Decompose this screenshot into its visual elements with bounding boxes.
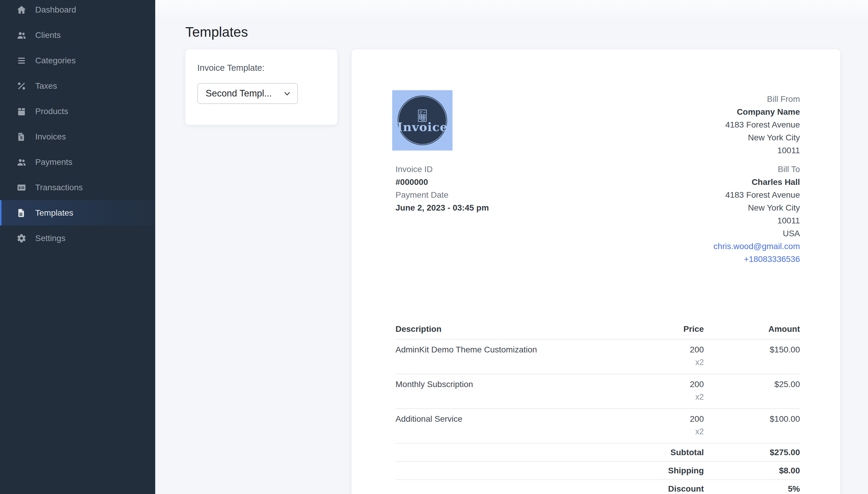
item-amount: $150.00 [704, 343, 800, 356]
invoice-total-row: Shipping $8.00 [395, 462, 800, 480]
item-description: Monthly Subscription [395, 378, 632, 391]
sidebar-item-label: Templates [35, 208, 74, 218]
address-line: USA [713, 227, 800, 240]
invoice-logo-text: Invoice [392, 120, 453, 134]
users-icon [16, 30, 26, 40]
template-picker-card: Invoice Template: Second Templ... [185, 49, 337, 125]
invoice-logo: Invoice [392, 90, 453, 151]
address-line: 10011 [713, 214, 800, 227]
sidebar-item-label: Dashboard [35, 5, 76, 15]
app-screen: Dashboard Clients Categories Taxes Produ… [0, 0, 868, 494]
home-icon [16, 5, 26, 15]
invoice-item-row: AdminKit Demo Theme Customization 200 x2… [395, 340, 800, 374]
file-icon [16, 208, 26, 218]
template-select-value: Second Templ... [206, 88, 272, 99]
item-quantity: x2 [632, 356, 704, 369]
sidebar: Dashboard Clients Categories Taxes Produ… [0, 0, 155, 494]
item-amount: $100.00 [704, 413, 800, 425]
address-line: 4183 Forest Avenue [713, 188, 800, 201]
payment-date-value: June 2, 2023 - 03:45 pm [395, 201, 489, 214]
transactions-card-icon: $ [16, 183, 26, 193]
item-description: AdminKit Demo Theme Customization [395, 343, 632, 356]
list-icon [16, 56, 26, 66]
bill-from-address: 4183 Forest AvenueNew York City10011 [725, 118, 800, 157]
sidebar-item-transactions[interactable]: $ Transactions [0, 175, 155, 200]
invoice-preview-card: Invoice Bill From Company Name 4183 Fore… [352, 49, 840, 494]
sidebar-item-dashboard[interactable]: Dashboard [0, 0, 155, 22]
invoice-total-row: Subtotal $275.00 [395, 443, 800, 462]
sidebar-item-label: Payments [35, 157, 73, 167]
bill-to-email-link[interactable]: chris.wood@gmail.com [713, 240, 800, 253]
item-price: 200 [632, 343, 704, 356]
percent-icon [16, 81, 26, 91]
sidebar-item-templates[interactable]: Templates [0, 200, 155, 226]
invoice-table-header: Description Price Amount [395, 323, 800, 340]
sidebar-item-taxes[interactable]: Taxes [0, 73, 155, 98]
item-price: 200 [632, 378, 704, 391]
sidebar-item-products[interactable]: Products [0, 98, 155, 124]
total-value: 5% [704, 482, 800, 494]
sidebar-item-categories[interactable]: Categories [0, 48, 155, 73]
address-line: New York City [713, 201, 800, 214]
invoice-table: Description Price Amount AdminKit Demo T… [395, 323, 800, 494]
page-title: Templates [185, 24, 248, 40]
sidebar-item-label: Invoices [35, 132, 66, 141]
item-amount: $25.00 [704, 378, 800, 391]
users-icon [16, 157, 26, 167]
bill-to-address: 4183 Forest AvenueNew York City10011USA [713, 188, 800, 240]
address-line: New York City [725, 131, 800, 144]
total-label: Discount [395, 482, 704, 494]
sidebar-item-label: Transactions [35, 183, 83, 192]
item-quantity: x2 [632, 425, 704, 438]
svg-text:$: $ [20, 135, 22, 140]
invoice-total-row: Discount 5% [395, 480, 800, 494]
box-icon [16, 106, 26, 116]
total-value: $275.00 [704, 446, 800, 459]
header-price: Price [632, 323, 704, 336]
invoice-file-icon: $ [16, 132, 26, 142]
payment-date-label: Payment Date [395, 188, 489, 201]
bill-to-block: Bill To Charles Hall 4183 Forest AvenueN… [713, 163, 800, 266]
chevron-down-icon [283, 89, 291, 98]
bill-from-name: Company Name [725, 106, 800, 118]
item-quantity: x2 [632, 391, 704, 403]
sidebar-item-settings[interactable]: Settings [0, 226, 155, 251]
total-value: $8.00 [704, 464, 800, 477]
bill-to-name: Charles Hall [713, 176, 800, 188]
invoice-item-row: Additional Service 200 x2 $100.00 [395, 409, 800, 443]
address-line: 10011 [725, 144, 800, 157]
sidebar-item-label: Taxes [35, 81, 57, 91]
address-line: 4183 Forest Avenue [725, 118, 800, 131]
invoice-total-rows: Subtotal $275.00 Shipping $8.00 Discount… [395, 443, 800, 494]
sidebar-item-label: Settings [35, 233, 65, 243]
invoice-item-row: Monthly Subscription 200 x2 $25.00 [395, 374, 800, 409]
item-description: Additional Service [395, 413, 632, 425]
invoice-id-label: Invoice ID [395, 163, 489, 176]
template-select[interactable]: Second Templ... [197, 83, 298, 104]
invoice-id-value: #000000 [395, 176, 489, 188]
total-label: Shipping [395, 464, 704, 477]
sidebar-item-clients[interactable]: Clients [0, 22, 155, 48]
sidebar-item-label: Products [35, 107, 68, 116]
bill-from-label: Bill From [725, 93, 800, 106]
gear-icon [16, 233, 26, 243]
invoice-template-label: Invoice Template: [197, 63, 326, 73]
header-description: Description [395, 323, 632, 336]
header-amount: Amount [704, 323, 800, 336]
sidebar-item-invoices[interactable]: $ Invoices [0, 124, 155, 149]
bill-to-label: Bill To [713, 163, 800, 176]
sidebar-item-payments[interactable]: Payments [0, 149, 155, 175]
bill-to-phone-link[interactable]: +18083336536 [713, 253, 800, 266]
invoice-meta-block: Invoice ID #000000 Payment Date June 2, … [395, 163, 489, 214]
main-content: Templates Invoice Template: Second Templ… [155, 0, 868, 494]
total-label: Subtotal [395, 446, 704, 459]
item-price: 200 [632, 413, 704, 425]
svg-text:$: $ [19, 186, 21, 190]
invoice-item-rows: AdminKit Demo Theme Customization 200 x2… [395, 340, 800, 443]
sidebar-item-label: Clients [35, 31, 61, 40]
sidebar-item-label: Categories [35, 56, 76, 65]
bill-from-block: Bill From Company Name 4183 Forest Avenu… [725, 93, 800, 157]
sidebar-nav: Dashboard Clients Categories Taxes Produ… [0, 0, 155, 251]
